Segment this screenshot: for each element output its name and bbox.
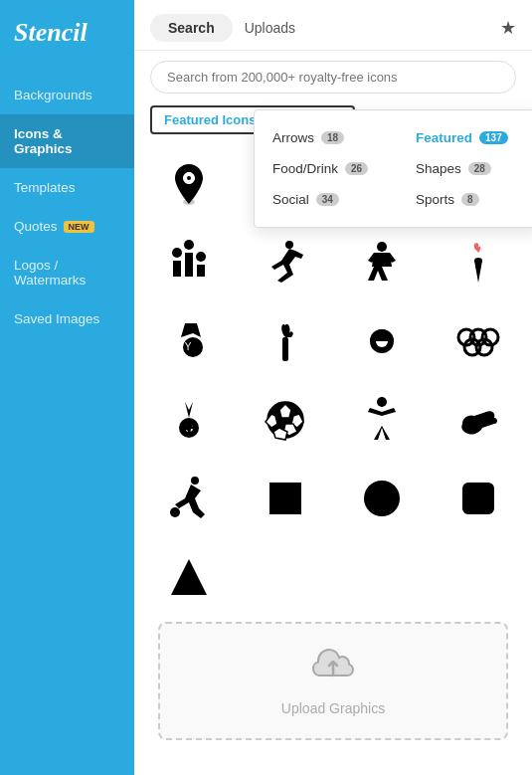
icon-cell-triangle-filled[interactable]	[142, 539, 235, 614]
dropdown-count-sports: 8	[461, 193, 479, 206]
sidebar-label-icons-graphics: Icons & Graphics	[14, 126, 120, 156]
icon-cell-medal-ribbon[interactable]	[142, 382, 235, 457]
sidebar-label-saved-images: Saved Images	[14, 311, 99, 326]
svg-point-12	[196, 252, 206, 262]
tab-uploads-button[interactable]: Uploads	[245, 20, 295, 36]
sidebar-label-templates: Templates	[14, 180, 76, 195]
dropdown-count-arrows: 18	[321, 131, 344, 144]
search-input[interactable]	[150, 61, 516, 94]
svg-point-10	[172, 248, 182, 258]
header-bar: Search Uploads ★	[134, 0, 532, 51]
icon-cell-map-pin[interactable]	[142, 146, 235, 221]
tab-search-button[interactable]: Search	[150, 14, 233, 42]
svg-text:Y: Y	[184, 341, 191, 352]
sidebar-item-icons-graphics[interactable]: Icons & Graphics	[0, 114, 134, 168]
icon-cell-kicker[interactable]	[142, 461, 235, 535]
sidebar-item-templates[interactable]: Templates	[0, 168, 134, 207]
sidebar-item-backgrounds[interactable]: Backgrounds	[0, 76, 134, 114]
svg-point-14	[377, 242, 387, 252]
dropdown-item-social[interactable]: Social 34	[255, 184, 398, 215]
app-logo: Stencil	[0, 0, 134, 66]
dropdown-item-featured[interactable]: Featured 137	[398, 122, 532, 153]
svg-rect-39	[462, 483, 494, 514]
dropdown-label-featured: Featured	[416, 130, 472, 145]
dropdown-item-food-drink[interactable]: Food/Drink 26	[255, 153, 398, 184]
svg-point-2	[187, 176, 191, 180]
favorites-star-icon[interactable]: ★	[500, 17, 516, 39]
dropdown-count-social: 34	[316, 193, 339, 206]
dropdown-grid: Arrows 18 Featured 137 Food/Drink 26 Sha…	[255, 122, 532, 215]
icon-cell-winner-arms[interactable]	[335, 382, 428, 457]
icon-cell-referee[interactable]	[335, 225, 428, 299]
icon-cell-strong-arm[interactable]	[432, 382, 524, 457]
dropdown-count-featured: 137	[479, 131, 508, 144]
dropdown-count-shapes: 28	[468, 162, 491, 175]
icon-cell-soccer-ball[interactable]	[239, 382, 331, 457]
icon-cell-olympic-rings3[interactable]	[432, 303, 524, 378]
sidebar-item-saved-images[interactable]: Saved Images	[0, 299, 134, 338]
icon-cell-torch[interactable]	[432, 225, 524, 299]
icon-cell-torch2[interactable]	[239, 303, 331, 378]
sidebar-label-backgrounds: Backgrounds	[14, 88, 92, 102]
svg-rect-9	[197, 265, 205, 277]
svg-point-11	[184, 240, 194, 250]
icon-cell-circle-filled[interactable]	[335, 461, 428, 535]
icon-cell-medal-gold[interactable]: Y	[142, 303, 235, 378]
quotes-new-badge: NEW	[64, 221, 94, 233]
dropdown-label-shapes: Shapes	[416, 161, 461, 176]
icon-cell-square-filled[interactable]	[239, 461, 331, 535]
sidebar-label-quotes: Quotes	[14, 219, 58, 234]
svg-rect-8	[173, 261, 181, 277]
search-box-wrap	[134, 51, 532, 99]
dropdown-label-food-drink: Food/Drink	[272, 161, 338, 176]
upload-cloud-icon	[309, 646, 357, 692]
upload-section[interactable]: Upload Graphics	[158, 622, 508, 740]
icon-cell-runner[interactable]	[239, 225, 331, 299]
dropdown-item-shapes[interactable]: Shapes 28	[398, 153, 532, 184]
upload-label: Upload Graphics	[281, 700, 385, 716]
sidebar-label-logos-watermarks: Logos / Watermarks	[14, 258, 120, 288]
dropdown-label-sports: Sports	[416, 192, 454, 207]
dropdown-count-food-drink: 26	[345, 162, 368, 175]
sidebar: Stencil Backgrounds Icons & Graphics Tem…	[0, 0, 134, 775]
svg-point-35	[191, 477, 199, 484]
svg-rect-18	[282, 337, 288, 361]
svg-point-13	[285, 241, 293, 249]
sidebar-nav: Backgrounds Icons & Graphics Templates Q…	[0, 76, 134, 338]
svg-rect-37	[269, 483, 301, 514]
sidebar-item-quotes[interactable]: Quotes NEW	[0, 207, 134, 246]
svg-rect-7	[185, 253, 193, 277]
svg-point-36	[170, 507, 180, 517]
icon-cell-rounded-square[interactable]	[432, 461, 524, 535]
dropdown-menu: Arrows 18 Featured 137 Food/Drink 26 Sha…	[254, 109, 532, 228]
svg-point-38	[364, 481, 400, 516]
svg-point-15	[474, 258, 482, 264]
icons-grid-wrap: Y	[134, 140, 532, 775]
icon-cell-olympic-rings2[interactable]	[335, 303, 428, 378]
dropdown-item-sports[interactable]: Sports 8	[398, 184, 532, 215]
main-panel: Search Uploads ★ Featured Icons & Graphi…	[134, 0, 532, 775]
icon-cell-podium[interactable]	[142, 225, 235, 299]
dropdown-label-social: Social	[272, 192, 309, 207]
sidebar-item-logos-watermarks[interactable]: Logos / Watermarks	[0, 246, 134, 299]
svg-marker-40	[171, 559, 207, 595]
dropdown-item-arrows[interactable]: Arrows 18	[255, 122, 398, 153]
svg-point-34	[377, 397, 387, 407]
dropdown-label-arrows: Arrows	[272, 130, 314, 145]
